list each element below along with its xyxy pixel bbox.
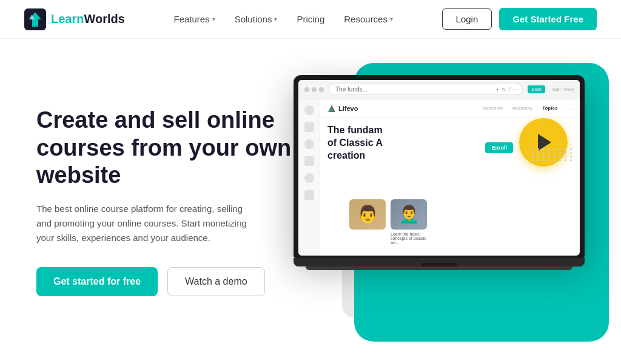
screen-nav-tabs: Overview Academy Topics ...	[480, 104, 574, 112]
screen-main: Lifevo Overview Academy Topics ...	[320, 99, 580, 256]
navbar: LearnWorlds Features ▾ Solutions ▾ Prici…	[0, 0, 621, 39]
browser-tag: Start	[528, 85, 545, 93]
nav-actions: Login Get Started Free	[442, 8, 597, 30]
dot-grid-item	[537, 159, 539, 161]
hero-illustration: The funds... + ✎ / − Start Edit	[306, 39, 597, 364]
laptop-screen-outer: The funds... + ✎ / − Start Edit	[294, 75, 585, 258]
features-chevron-icon: ▾	[212, 16, 215, 22]
dot-grid-item	[565, 156, 566, 157]
solutions-chevron-icon: ▾	[274, 16, 277, 22]
login-button[interactable]: Login	[442, 8, 492, 30]
dot-grid-item	[554, 152, 556, 154]
screen-content: Lifevo Overview Academy Topics ...	[298, 99, 580, 256]
browser-dots	[304, 87, 324, 92]
thumbnail-caption: Learn the basic concepts of classic art.…	[391, 232, 427, 245]
laptop-mockup: The funds... + ✎ / − Start Edit	[294, 75, 585, 270]
dot-grid-item	[570, 156, 572, 157]
hero-section: Create and sell online courses from your…	[0, 39, 621, 364]
hero-buttons: Get started for free Watch a demo	[36, 267, 306, 296]
laptop-foot	[306, 266, 572, 270]
dot-grid-item	[543, 152, 545, 154]
laptop-base	[294, 258, 585, 266]
browser-bar: The funds... + ✎ / − Start Edit	[298, 80, 580, 99]
resources-chevron-icon: ▾	[390, 16, 393, 22]
logo-icon	[24, 8, 46, 30]
dot-grid-item	[543, 156, 545, 157]
dot-grid-item	[532, 159, 534, 161]
dot-grid-item	[554, 148, 556, 150]
sidebar-icon-1	[304, 105, 314, 115]
dot-grid-item	[565, 152, 566, 154]
nav-pricing[interactable]: Pricing	[297, 14, 324, 24]
dot-grid-item	[548, 156, 550, 157]
lifevo-bar: Lifevo Overview Academy Topics ...	[320, 99, 580, 118]
dot-grid-item	[548, 152, 550, 154]
dot-grid-item	[570, 148, 572, 150]
dot-grid-item	[554, 159, 556, 161]
sidebar-icon-4	[304, 156, 314, 166]
sidebar-icon-6	[304, 190, 314, 200]
edit-icon: ✎	[502, 87, 506, 93]
dot-grid-item	[559, 156, 561, 157]
browser-dot-green	[319, 87, 324, 92]
screen-course-area: The fundam of Classic A creation Enroll	[320, 118, 580, 173]
dot-grid-item	[543, 159, 545, 161]
lifevo-logo-icon	[327, 104, 336, 113]
dot-grid-item	[570, 159, 572, 161]
dot-grid-item	[543, 148, 545, 150]
laptop-screen-inner: The funds... + ✎ / − Start Edit	[298, 80, 580, 256]
browser-url-bar[interactable]: The funds... + ✎ / −	[329, 84, 523, 95]
thumbnail-2-face: 👨‍🦱	[391, 199, 427, 230]
dot-grid-item	[532, 156, 534, 157]
nav-resources[interactable]: Resources ▾	[344, 14, 393, 24]
dot-grid-item	[570, 152, 572, 154]
screen-tab-more: ...	[565, 104, 574, 112]
dot-grid-item	[565, 159, 566, 161]
hero-content: Create and sell online courses from your…	[36, 107, 306, 296]
slash-icon: /	[509, 87, 511, 93]
dot-grid-item	[548, 159, 550, 161]
dot-grid-item	[559, 148, 561, 150]
dot-grid-item	[537, 156, 539, 157]
add-tab-icon: +	[496, 87, 499, 93]
dot-grid-item	[548, 148, 550, 150]
dot-grid-item	[554, 156, 556, 157]
hero-title: Create and sell online courses from your…	[36, 107, 306, 190]
lifevo-logo: Lifevo	[327, 104, 358, 113]
screen-enroll-button[interactable]: Enroll	[485, 142, 513, 153]
dot-grid-item	[565, 148, 566, 150]
sidebar-icon-5	[304, 173, 314, 183]
browser-url-text: The funds...	[335, 86, 368, 93]
logo[interactable]: LearnWorlds	[24, 8, 125, 30]
dot-grid-item	[537, 152, 539, 154]
dot-grid-item	[532, 152, 534, 154]
thumbnail-2-wrapper: 👨‍🦱 Learn the basic concepts of classic …	[391, 199, 427, 245]
screen-tab-topics: Topics	[540, 104, 560, 112]
dot-grid-item	[559, 159, 561, 161]
get-started-nav-button[interactable]: Get Started Free	[499, 8, 597, 30]
browser-action-view: View	[563, 87, 574, 92]
screen-tab-academy: Academy	[510, 104, 535, 112]
nav-solutions[interactable]: Solutions ▾	[235, 14, 278, 24]
dot-grid-decoration: // Will be populated via JS below	[532, 148, 574, 161]
thumbnail-1-wrapper: 👨	[349, 199, 386, 245]
browser-dot-yellow	[312, 87, 317, 92]
watch-demo-button[interactable]: Watch a demo	[167, 267, 265, 296]
laptop-notch	[421, 263, 457, 266]
sidebar-icon-2	[304, 122, 314, 132]
hero-subtitle: The best online course platform for crea…	[36, 202, 255, 245]
screen-tab-overview: Overview	[480, 104, 505, 112]
thumbnail-2: 👨‍🦱	[391, 199, 427, 230]
nav-features[interactable]: Features ▾	[173, 14, 215, 24]
nav-links: Features ▾ Solutions ▾ Pricing Resources…	[173, 14, 392, 24]
course-title: The fundam of Classic A creation	[327, 124, 425, 162]
browser-actions: Edit View	[552, 87, 574, 92]
screen-thumbnails: 👨 👨‍🦱 Learn the basic concepts of classi…	[342, 194, 434, 250]
thumbnail-1: 👨	[349, 199, 386, 230]
lifevo-name: Lifevo	[338, 105, 358, 112]
minus-icon: −	[513, 87, 516, 93]
screen-sidebar	[298, 99, 320, 256]
get-started-hero-button[interactable]: Get started for free	[36, 267, 158, 296]
sidebar-icon-3	[304, 139, 314, 149]
logo-text: LearnWorlds	[51, 12, 125, 26]
